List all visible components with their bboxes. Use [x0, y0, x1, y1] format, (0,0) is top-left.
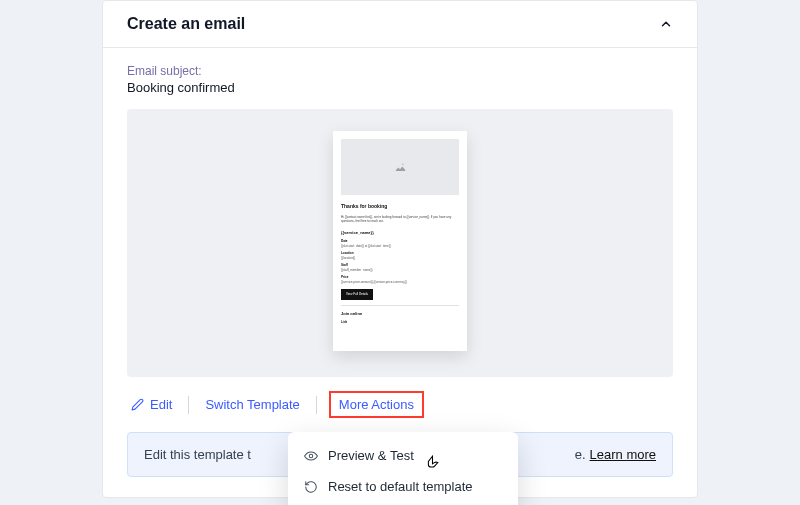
- switch-template-label: Switch Template: [205, 397, 299, 412]
- preview-image-placeholder: [341, 139, 459, 195]
- edit-button[interactable]: Edit: [127, 393, 176, 416]
- reset-template-item[interactable]: Reset to default template: [288, 471, 518, 502]
- more-actions-highlight: More Actions: [329, 391, 424, 418]
- svg-point-1: [309, 454, 313, 458]
- eye-icon: [304, 449, 318, 463]
- image-icon: [393, 160, 407, 174]
- learn-more-link[interactable]: Learn more: [590, 447, 656, 462]
- switch-template-button[interactable]: Switch Template: [201, 393, 303, 416]
- banner-text-suffix: e.: [575, 447, 586, 462]
- separator: [188, 396, 189, 414]
- edit-label: Edit: [150, 397, 172, 412]
- more-actions-button[interactable]: More Actions: [339, 397, 414, 412]
- separator: [316, 396, 317, 414]
- preview-cta-button: View Full Details: [341, 289, 373, 300]
- reset-icon: [304, 480, 318, 494]
- pointer-cursor-icon: [425, 454, 443, 472]
- preview-body: Hi {{contact.name.first}}, we're looking…: [341, 215, 459, 225]
- banner-text-prefix: Edit this template t: [144, 447, 251, 462]
- more-actions-dropdown: Preview & Test Reset to default template: [288, 432, 518, 505]
- preview-section: {{service_name}}: [341, 230, 459, 236]
- chevron-up-icon: [659, 17, 673, 31]
- action-row: Edit Switch Template More Actions: [127, 391, 673, 418]
- email-preview-thumbnail[interactable]: Thanks for booking Hi {{contact.name.fir…: [333, 131, 467, 351]
- reset-template-label: Reset to default template: [328, 479, 473, 494]
- card-title: Create an email: [127, 15, 245, 33]
- card-header[interactable]: Create an email: [103, 1, 697, 48]
- create-email-card: Create an email Email subject: Booking c…: [102, 0, 698, 498]
- more-actions-label: More Actions: [339, 397, 414, 412]
- svg-point-0: [402, 163, 403, 164]
- preview-test-item[interactable]: Preview & Test: [288, 440, 518, 471]
- preview-heading: Thanks for booking: [341, 203, 459, 211]
- email-preview-area: Thanks for booking Hi {{contact.name.fir…: [127, 109, 673, 377]
- pencil-icon: [131, 398, 144, 411]
- email-subject-label: Email subject:: [127, 64, 673, 78]
- email-subject-value: Booking confirmed: [127, 80, 673, 95]
- preview-test-label: Preview & Test: [328, 448, 414, 463]
